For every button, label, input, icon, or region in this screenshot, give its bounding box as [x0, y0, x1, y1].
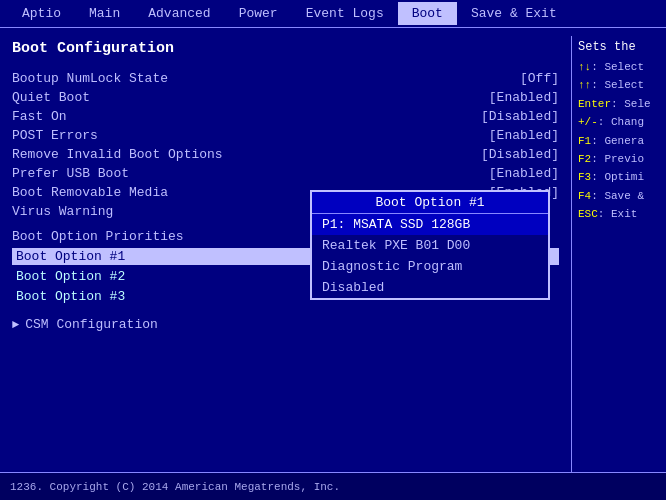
- help-select-down: ↑↓: Select: [578, 60, 660, 75]
- right-help-panel: Sets the ↑↓: Select ↑↑: Select Enter: Se…: [571, 36, 666, 472]
- help-key-f1: F1: [578, 135, 591, 147]
- help-key-enter: Enter: [578, 98, 611, 110]
- menu-save-exit[interactable]: Save & Exit: [457, 2, 571, 25]
- help-key-upup: ↑↑: [578, 79, 591, 91]
- help-f1: F1: Genera: [578, 134, 660, 149]
- help-esc: ESC: Exit: [578, 207, 660, 222]
- bootup-numlock-label: Bootup NumLock State: [12, 71, 168, 86]
- menu-aptio[interactable]: Aptio: [8, 2, 75, 25]
- page-title: Boot Configuration: [12, 40, 559, 57]
- virus-warning-label: Virus Warning: [12, 204, 113, 219]
- setting-post-errors: POST Errors [Enabled]: [12, 128, 559, 143]
- bottom-status-bar: 1236. Copyright (C) 2014 American Megatr…: [0, 472, 666, 500]
- prefer-usb-value[interactable]: [Enabled]: [459, 166, 559, 181]
- menu-power[interactable]: Power: [225, 2, 292, 25]
- quiet-boot-value[interactable]: [Enabled]: [459, 90, 559, 105]
- remove-invalid-value[interactable]: [Disabled]: [459, 147, 559, 162]
- dropdown-item-diagnostic[interactable]: Diagnostic Program: [312, 256, 548, 277]
- setting-remove-invalid: Remove Invalid Boot Options [Disabled]: [12, 147, 559, 162]
- prefer-usb-label: Prefer USB Boot: [12, 166, 129, 181]
- top-menu-bar: Aptio Main Advanced Power Event Logs Boo…: [0, 0, 666, 28]
- bootup-numlock-value[interactable]: [Off]: [459, 71, 559, 86]
- help-select-up: ↑↑: Select: [578, 78, 660, 93]
- post-errors-value[interactable]: [Enabled]: [459, 128, 559, 143]
- help-key-esc: ESC: [578, 208, 598, 220]
- help-key-f2: F2: [578, 153, 591, 165]
- dropdown-item-realtek[interactable]: Realtek PXE B01 D00: [312, 235, 548, 256]
- help-enter: Enter: Sele: [578, 97, 660, 112]
- post-errors-label: POST Errors: [12, 128, 98, 143]
- help-title: Sets the: [578, 40, 660, 54]
- csm-row[interactable]: ► CSM Configuration: [12, 317, 559, 332]
- dropdown-item-disabled[interactable]: Disabled: [312, 277, 548, 298]
- boot-removable-label: Boot Removable Media: [12, 185, 168, 200]
- fast-on-label: Fast On: [12, 109, 67, 124]
- help-f4: F4: Save &: [578, 189, 660, 204]
- help-key-f4: F4: [578, 190, 591, 202]
- help-f2: F2: Previo: [578, 152, 660, 167]
- setting-fast-on: Fast On [Disabled]: [12, 109, 559, 124]
- remove-invalid-label: Remove Invalid Boot Options: [12, 147, 223, 162]
- quiet-boot-label: Quiet Boot: [12, 90, 90, 105]
- help-key-plusminus: +/-: [578, 116, 598, 128]
- setting-bootup-numlock: Bootup NumLock State [Off]: [12, 71, 559, 86]
- menu-boot[interactable]: Boot: [398, 2, 457, 25]
- setting-prefer-usb: Prefer USB Boot [Enabled]: [12, 166, 559, 181]
- setting-quiet-boot: Quiet Boot [Enabled]: [12, 90, 559, 105]
- help-f3: F3: Optimi: [578, 170, 660, 185]
- help-key-f3: F3: [578, 171, 591, 183]
- menu-main[interactable]: Main: [75, 2, 134, 25]
- menu-advanced[interactable]: Advanced: [134, 2, 224, 25]
- help-key-arrows: ↑↓: [578, 61, 591, 73]
- help-plusminus: +/-: Chang: [578, 115, 660, 130]
- menu-event-logs[interactable]: Event Logs: [292, 2, 398, 25]
- dropdown-item-msata[interactable]: P1: MSATA SSD 128GB: [312, 214, 548, 235]
- boot-option-dropdown: Boot Option #1 P1: MSATA SSD 128GB Realt…: [310, 190, 550, 300]
- csm-arrow-icon: ►: [12, 318, 19, 332]
- csm-label: CSM Configuration: [25, 317, 158, 332]
- fast-on-value[interactable]: [Disabled]: [459, 109, 559, 124]
- dropdown-header: Boot Option #1: [312, 192, 548, 214]
- bottom-copyright: 1236. Copyright (C) 2014 American Megatr…: [10, 481, 340, 493]
